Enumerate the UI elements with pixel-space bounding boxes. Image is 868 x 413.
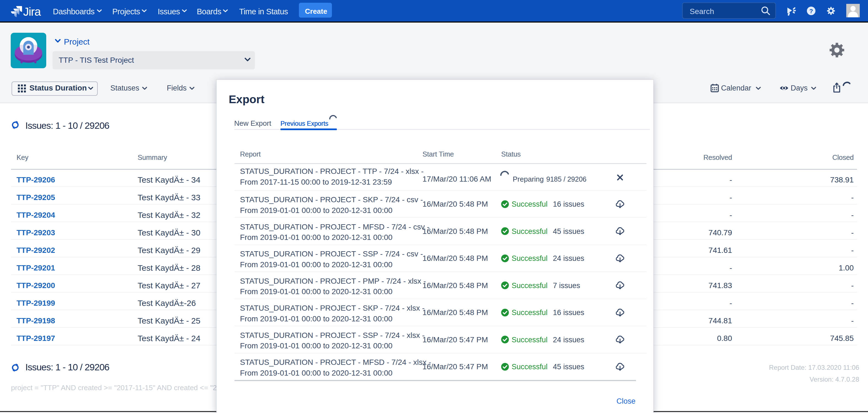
- svg-text:?: ?: [809, 8, 813, 14]
